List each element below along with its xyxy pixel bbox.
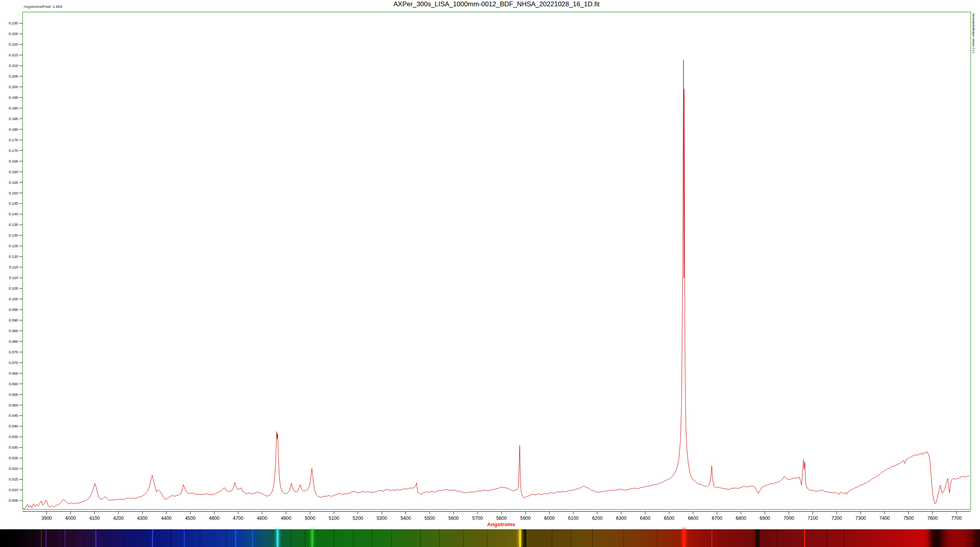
colorbar-emission-line [152, 529, 153, 547]
colorbar-absorption-line [420, 529, 421, 547]
colorbar-absorption-line [48, 529, 48, 547]
colorbar-absorption-line [521, 529, 526, 547]
colorbar-absorption-line [826, 529, 828, 547]
x-tick-label: 4600 [209, 516, 220, 521]
x-tick-label: 5200 [353, 516, 363, 521]
colorbar-emission-line [519, 529, 521, 547]
colorbar-absorption-line [305, 529, 306, 547]
y-tick-label: 0.215 [9, 53, 18, 57]
x-tick-label: 5100 [329, 516, 339, 521]
colorbar-absorption-line [226, 529, 227, 547]
y-tick-label: 0.135 [9, 222, 18, 227]
colorbar-emission-line [95, 529, 96, 547]
colorbar-absorption-line [776, 529, 777, 547]
y-tick-label: 0.070 [9, 360, 18, 365]
x-tick-label: 3900 [41, 516, 52, 521]
colorbar-absorption-line [106, 529, 107, 547]
x-tick-label: 4500 [185, 516, 196, 521]
colorbar-absorption-line [56, 529, 57, 547]
x-tick-label: 5800 [496, 516, 507, 521]
colorbar-absorption-line [170, 529, 172, 547]
x-tick-label: 7100 [808, 516, 818, 521]
y-tick-label: 0.085 [9, 329, 18, 333]
x-tick-label: 5000 [305, 516, 315, 521]
x-tick-label: 5600 [448, 516, 459, 521]
x-tick-label: 5700 [472, 516, 483, 521]
x-tick-label: 7600 [927, 516, 938, 521]
y-tick-label: 0.050 [9, 403, 18, 407]
x-tick-label: 7700 [951, 516, 962, 521]
y-tick-label: 0.100 [9, 297, 18, 301]
spectrum-plot[interactable]: 0.2300.2250.2200.2150.2100.2050.2000.195… [0, 0, 980, 529]
x-tick-label: 6600 [688, 516, 698, 521]
colorbar-emission-line [711, 529, 712, 547]
y-tick-label: 0.165 [9, 159, 18, 163]
colorbar-absorption-line [142, 529, 143, 547]
x-tick-label: 6200 [592, 516, 603, 521]
y-tick-label: 0.145 [9, 201, 18, 205]
x-tick-label: 4200 [113, 516, 124, 521]
x-tick-label: 4100 [89, 516, 100, 521]
colorbar-emission-line [235, 529, 236, 547]
colorbar-absorption-line [487, 529, 487, 547]
plot-border [23, 12, 971, 510]
colorbar-emission-line [804, 529, 805, 547]
y-tick-label: 0.045 [9, 413, 18, 418]
y-tick-label: 0.205 [9, 74, 18, 78]
x-tick-label: 5500 [424, 516, 435, 521]
y-tick-label: 0.005 [9, 498, 18, 503]
x-tick-label: 4900 [281, 516, 291, 521]
colorbar-absorption-line [333, 529, 335, 547]
y-tick-label: 0.010 [9, 488, 18, 492]
x-tick-label: 7200 [832, 516, 842, 521]
colorbar-absorption-line [843, 529, 845, 547]
y-tick-label: 0.210 [9, 63, 18, 68]
y-tick-label: 0.120 [9, 254, 18, 259]
y-tick-label: 0.055 [9, 392, 18, 397]
x-tick-label: 6300 [616, 516, 626, 521]
x-tick-label: 5400 [400, 516, 411, 521]
colorbar-absorption-line [552, 529, 552, 547]
y-tick-label: 0.225 [9, 31, 18, 36]
y-tick-label: 0.200 [9, 85, 18, 89]
colorbar-absorption-line [85, 529, 85, 547]
x-tick-label: 6000 [544, 516, 555, 521]
x-tick-label: 7400 [879, 516, 890, 521]
y-tick-label: 0.180 [9, 127, 18, 131]
y-tick-label: 0.175 [9, 138, 18, 142]
y-tick-label: 0.160 [9, 170, 18, 174]
y-tick-label: 0.220 [9, 42, 18, 46]
x-tick-label: 4800 [257, 516, 267, 521]
y-tick-label: 0.090 [9, 318, 18, 322]
colorbar-absorption-line [391, 529, 392, 547]
y-tick-label: 0.095 [9, 307, 18, 312]
y-tick-label: 0.110 [9, 275, 18, 280]
y-tick-label: 0.015 [9, 477, 18, 481]
x-tick-label: 5900 [520, 516, 531, 521]
y-tick-label: 0.025 [9, 456, 18, 460]
colorbar-emission-line [65, 529, 65, 547]
y-tick-label: 0.080 [9, 339, 18, 344]
y-tick-label: 0.035 [9, 434, 18, 439]
colorbar-emission-line [41, 529, 42, 547]
colorbar-absorption-line [463, 529, 464, 547]
synthesized-spectrum-colorbar [0, 529, 980, 547]
y-tick-label: 0.125 [9, 244, 18, 248]
colorbar-emission-line [277, 529, 278, 547]
y-tick-label: 0.230 [9, 21, 18, 25]
y-tick-label: 0.020 [9, 466, 18, 471]
colorbar-absorption-line [592, 529, 593, 547]
spectrum-path [23, 60, 970, 510]
x-tick-label: 7500 [903, 516, 914, 521]
colorbar-absorption-line [439, 529, 440, 547]
spectrum-viewer-window: AXPer_300s_LISA_1000mm-0012_BDF_NHSA_202… [0, 0, 980, 547]
colorbar-absorption-line [291, 529, 291, 547]
x-tick-label: 6400 [640, 516, 650, 521]
colorbar-absorption-line [123, 529, 124, 547]
x-tick-label: 7000 [784, 516, 794, 521]
x-tick-label: 4300 [137, 516, 148, 521]
x-tick-label: 4400 [161, 516, 172, 521]
y-tick-label: 0.040 [9, 424, 18, 428]
y-tick-label: 0.155 [9, 180, 18, 185]
y-tick-label: 0.115 [9, 265, 18, 269]
